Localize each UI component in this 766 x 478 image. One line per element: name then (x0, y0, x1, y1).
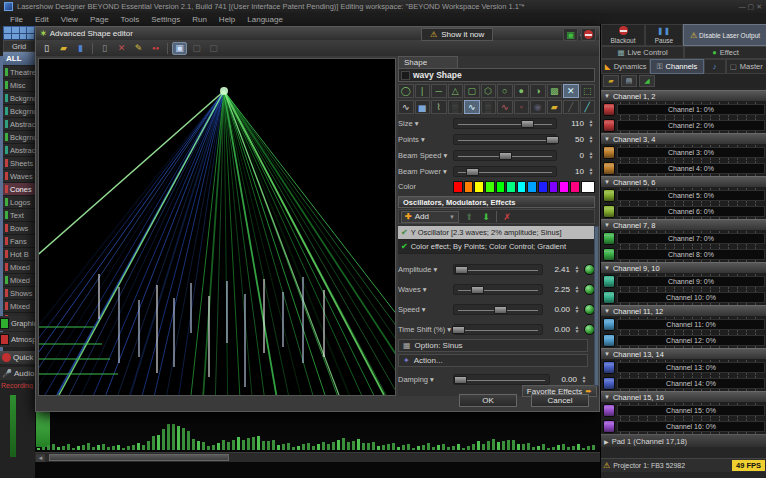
slider-track-amplitude[interactable] (453, 264, 543, 275)
channel-group-header[interactable]: ▼Channel 9, 10 (601, 262, 766, 273)
audio-button[interactable]: 🎤Audio (0, 367, 35, 380)
shape-icon-triangle[interactable]: △ (448, 84, 464, 98)
capture-button[interactable]: ▰ (603, 75, 619, 87)
fader-knob[interactable] (603, 103, 615, 116)
palette-swatch-9[interactable] (549, 181, 559, 193)
slider-thumb[interactable] (494, 306, 507, 314)
spinner-control[interactable]: ▲▼ (573, 265, 581, 273)
tab-effect[interactable]: ●Effect (684, 46, 766, 59)
delete-button[interactable]: ▯ (97, 42, 112, 55)
tab-all-categories[interactable]: ALL (3, 52, 35, 65)
shape-icon-filled-circle[interactable]: ● (514, 84, 530, 98)
channel-fader[interactable]: Channel 12: 0% (617, 335, 765, 346)
fader-knob[interactable] (603, 189, 615, 202)
stop-output-button[interactable] (581, 28, 596, 41)
sidebar-category-bckgrnd[interactable]: Bckgrnd (3, 92, 35, 105)
ok-button[interactable]: OK (459, 394, 517, 407)
channel-group-header[interactable]: ▼Channel 13, 14 (601, 348, 766, 359)
fader-knob[interactable] (603, 377, 615, 390)
slider-thumb[interactable] (452, 326, 465, 334)
shape-icon-sphere[interactable]: ◉ (530, 100, 546, 114)
save-button[interactable]: ▮ (73, 42, 88, 55)
disable-laser-output-button[interactable]: ⚠ Disable Laser Output (683, 24, 766, 46)
open-folder-button[interactable]: ▰ (56, 42, 71, 55)
slider-thumb[interactable] (546, 136, 559, 144)
effects-scrollbar[interactable] (594, 226, 599, 386)
sidebar-category-cones[interactable]: Cones (3, 183, 35, 196)
shape-icon-square[interactable]: ▢ (464, 84, 480, 98)
menu-language[interactable]: Language (241, 15, 289, 24)
palette-swatch-7[interactable] (527, 181, 537, 193)
fader-knob[interactable] (603, 162, 615, 175)
channel-fader[interactable]: Channel 7: 0% (617, 233, 765, 244)
spinner-control[interactable]: ▲▼ (573, 285, 581, 293)
color-dots-button[interactable]: ●● (148, 42, 163, 55)
channel-group-header[interactable]: ▼Channel 3, 4 (601, 133, 766, 144)
effect-list-item[interactable]: ✔Color effect; By Points; Color Control;… (398, 240, 595, 254)
slider-thumb[interactable] (454, 376, 467, 384)
shape-icon-diag-gray[interactable]: ╱ (563, 100, 579, 114)
channel-fader[interactable]: Channel 3: 0% (617, 147, 765, 158)
fader-knob[interactable] (603, 232, 615, 245)
tools-button[interactable]: ✕ (114, 42, 129, 55)
palette-swatch-2[interactable] (474, 181, 484, 193)
spinner-control[interactable]: ▲▼ (587, 119, 595, 127)
spinner-control[interactable]: ▲▼ (587, 135, 595, 143)
shape-icon-grid-shape[interactable]: ▩ (547, 84, 563, 98)
horizontal-scrollbar[interactable]: ◄ (35, 452, 600, 462)
palette-swatch-8[interactable] (538, 181, 548, 193)
tab-shape[interactable]: Shape (398, 56, 458, 68)
fader-knob[interactable] (603, 334, 615, 347)
fader-knob[interactable] (603, 205, 615, 218)
sidebar-category-bows[interactable]: Bows (3, 222, 35, 235)
menu-page[interactable]: Page (84, 15, 115, 24)
sidebar-category-logos[interactable]: Logos (3, 196, 35, 209)
shape-icon-wave-selected[interactable]: ∿ (464, 100, 480, 114)
pad-group-header[interactable]: ▶Pad 1 (Channel 17,18) (601, 434, 766, 447)
menu-edit[interactable]: Edit (29, 15, 55, 24)
channel-fader[interactable]: Channel 8: 0% (617, 249, 765, 260)
fader-knob[interactable] (603, 361, 615, 374)
palette-swatch-10[interactable] (559, 181, 569, 193)
sidebar-category-shows[interactable]: Shows (3, 287, 35, 300)
slider-track-points[interactable] (453, 134, 557, 145)
shape-icon-circle[interactable]: ◯ (398, 84, 414, 98)
effect-list-item[interactable]: ✔Y Oscillator [2.3 waves; 2% amplitude; … (398, 226, 595, 240)
channel-fader[interactable]: Channel 15: 0% (617, 405, 765, 416)
fader-knob[interactable] (603, 146, 615, 159)
sidebar-section-graphics[interactable]: Graphics (0, 316, 35, 331)
channel-fader[interactable]: Channel 5: 0% (617, 190, 765, 201)
fader-knob[interactable] (603, 420, 615, 433)
quick-button[interactable]: Quick (0, 351, 35, 364)
sidebar-category-waves[interactable]: Waves (3, 170, 35, 183)
fader-knob[interactable] (603, 275, 615, 288)
spinner-control[interactable]: ▲▼ (573, 325, 581, 333)
channel-group-header[interactable]: ▼Channel 15, 16 (601, 391, 766, 402)
numeric-display-button[interactable]: ▤ (621, 75, 637, 87)
sidebar-category-abstract[interactable]: Abstract (3, 144, 35, 157)
slider-track-size[interactable] (453, 118, 557, 129)
fader-knob[interactable] (603, 404, 615, 417)
pause-button[interactable]: ❚❚ Pause (645, 24, 683, 46)
shape-icon-polygon[interactable]: ⬡ (481, 84, 497, 98)
tab-dynamics[interactable]: ◣Dynamics (601, 59, 650, 74)
fader-knob[interactable] (603, 291, 615, 304)
shape-icon-folder-shape[interactable]: ▰ (547, 100, 563, 114)
tab-live-control[interactable]: ▦Live Control (601, 46, 684, 59)
palette-swatch-1[interactable] (464, 181, 474, 193)
slider-thumb[interactable] (471, 286, 484, 294)
slider-track-waves[interactable] (453, 284, 543, 295)
sidebar-category-bckgrnd[interactable]: Bckgrnd (3, 105, 35, 118)
sidebar-category-text[interactable]: Text (3, 209, 35, 222)
slider-track-speed[interactable] (453, 304, 543, 315)
palette-swatch-4[interactable] (496, 181, 506, 193)
sidebar-category-misc[interactable]: Misc (3, 79, 35, 92)
move-up-button[interactable]: ⬆ (462, 212, 476, 222)
slider-track-time-shift-[interactable] (453, 324, 543, 335)
tab-channels[interactable]: ⚿Channels (650, 59, 703, 74)
channel-fader[interactable]: Channel 2: 0% (617, 120, 765, 131)
channel-fader[interactable]: Channel 9: 0% (617, 276, 765, 287)
sidebar-category-mixed[interactable]: Mixed (3, 300, 35, 313)
shape-icon-spectrum-bars[interactable]: ▅ (415, 100, 431, 114)
channel-group-header[interactable]: ▼Channel 1, 2 (601, 90, 766, 101)
